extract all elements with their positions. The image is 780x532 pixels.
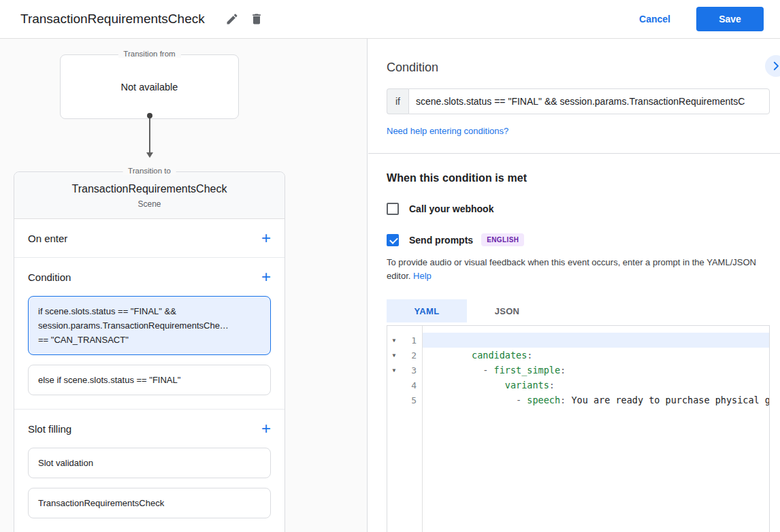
line-number: 5 bbox=[401, 395, 422, 405]
send-prompts-checkbox[interactable] bbox=[387, 234, 399, 246]
on-enter-row[interactable]: On enter + bbox=[14, 219, 285, 257]
gutter-row: 5 bbox=[387, 393, 422, 408]
scene-type: Scene bbox=[21, 199, 278, 209]
scene-card: Transition to TransactionRequirementsChe… bbox=[14, 171, 285, 532]
slot-card-validation[interactable]: Slot validation bbox=[28, 448, 271, 478]
gutter-row: ▼ 3 bbox=[387, 363, 422, 378]
condition-expression-input[interactable] bbox=[408, 88, 770, 114]
collapse-arrow-icon[interactable]: ▼ bbox=[387, 367, 401, 373]
transition-from-label: Transition from bbox=[118, 50, 180, 58]
trash-icon bbox=[250, 12, 263, 26]
collapse-arrow-icon[interactable]: ▼ bbox=[387, 337, 401, 344]
page-title: TransactionRequirementsCheck bbox=[20, 12, 205, 27]
editor-code-area[interactable]: candidates: - first_simple: variants: - … bbox=[423, 326, 769, 532]
gutter-row: ▼ 1 bbox=[387, 333, 422, 348]
condition-input-row: if bbox=[387, 88, 770, 114]
prompt-help-body: To provide audio or visual feedback when… bbox=[387, 257, 756, 281]
condition-section-label: Condition bbox=[28, 271, 71, 283]
webhook-row: Call your webhook bbox=[387, 203, 770, 215]
condition-section-row[interactable]: Condition + bbox=[14, 258, 285, 296]
collapse-arrow-icon[interactable]: ▼ bbox=[387, 352, 401, 359]
if-chip: if bbox=[387, 88, 408, 114]
line-number: 3 bbox=[401, 365, 422, 376]
webhook-label: Call your webhook bbox=[409, 203, 493, 214]
scene-card-header[interactable]: TransactionRequirementsCheck Scene bbox=[14, 172, 285, 219]
pencil-icon bbox=[225, 12, 239, 26]
condition-section: Condition + if scene.slots.status == "FI… bbox=[14, 258, 285, 410]
transition-arrow bbox=[149, 116, 150, 152]
gutter-row: 4 bbox=[387, 378, 422, 393]
add-on-enter-button[interactable]: + bbox=[261, 230, 271, 246]
cancel-button[interactable]: Cancel bbox=[639, 14, 670, 24]
chevron-right-icon bbox=[770, 60, 780, 72]
scene-name: TransactionRequirementsCheck bbox=[21, 183, 278, 195]
when-condition-met-heading: When this condition is met bbox=[387, 172, 770, 184]
panel-title: Condition bbox=[387, 61, 770, 75]
language-badge: ENGLISH bbox=[481, 233, 524, 246]
slot-filling-section: Slot filling + Slot validation Transacti… bbox=[14, 410, 285, 532]
slot-filling-label: Slot filling bbox=[28, 423, 71, 435]
send-prompts-row: Send prompts ENGLISH bbox=[387, 233, 770, 246]
prompt-help-text: To provide audio or visual feedback when… bbox=[387, 256, 770, 283]
line-number: 4 bbox=[401, 380, 422, 390]
condition-card-line: == "CAN_TRANSACT" bbox=[38, 333, 261, 347]
section-divider bbox=[368, 153, 780, 154]
condition-card-line: else if scene.slots.status == "FINAL" bbox=[38, 373, 261, 387]
line-number: 1 bbox=[401, 335, 422, 346]
transition-from-box: Transition from Not available bbox=[60, 54, 239, 119]
on-enter-label: On enter bbox=[28, 233, 67, 244]
webhook-checkbox[interactable] bbox=[387, 203, 399, 215]
line-number: 2 bbox=[401, 350, 422, 361]
add-slot-button[interactable]: + bbox=[261, 420, 271, 437]
top-bar: TransactionRequirementsCheck Cancel Save bbox=[0, 0, 780, 39]
on-enter-section: On enter + bbox=[14, 219, 285, 258]
editor-gutter: ▼ 1 ▼ 2 ▼ 3 4 5 bbox=[387, 326, 423, 532]
condition-help-link[interactable]: Need help entering conditions? bbox=[387, 126, 508, 136]
save-button[interactable]: Save bbox=[696, 7, 764, 31]
slot-filling-section-row[interactable]: Slot filling + bbox=[14, 410, 285, 448]
edit-title-button[interactable] bbox=[220, 7, 244, 31]
yaml-editor[interactable]: ▼ 1 ▼ 2 ▼ 3 4 5 candidates: bbox=[387, 325, 770, 532]
scene-graph-panel: Transition from Not available Transition… bbox=[0, 39, 368, 532]
slot-card-transaction[interactable]: TransactionRequirementsCheck bbox=[28, 488, 271, 518]
add-condition-button[interactable]: + bbox=[261, 269, 271, 285]
help-link[interactable]: Help bbox=[413, 271, 432, 281]
code-line[interactable]: candidates: bbox=[423, 333, 769, 348]
gutter-row: ▼ 2 bbox=[387, 348, 422, 363]
transition-from-value: Not available bbox=[121, 82, 178, 93]
condition-card-line: if scene.slots.status == "FINAL" && bbox=[38, 304, 261, 318]
delete-scene-button[interactable] bbox=[244, 7, 269, 31]
send-prompts-label: Send prompts bbox=[409, 235, 473, 246]
condition-card-line: session.params.TransactionRequirementsCh… bbox=[38, 318, 261, 333]
tab-yaml[interactable]: YAML bbox=[387, 299, 467, 322]
editor-tabs: YAML JSON bbox=[387, 299, 770, 322]
condition-editor-panel: Condition if Need help entering conditio… bbox=[368, 39, 780, 532]
transition-to-label: Transition to bbox=[123, 167, 176, 175]
condition-card[interactable]: else if scene.slots.status == "FINAL" bbox=[28, 365, 271, 395]
condition-card-selected[interactable]: if scene.slots.status == "FINAL" && sess… bbox=[28, 296, 271, 355]
tab-json[interactable]: JSON bbox=[467, 299, 547, 322]
